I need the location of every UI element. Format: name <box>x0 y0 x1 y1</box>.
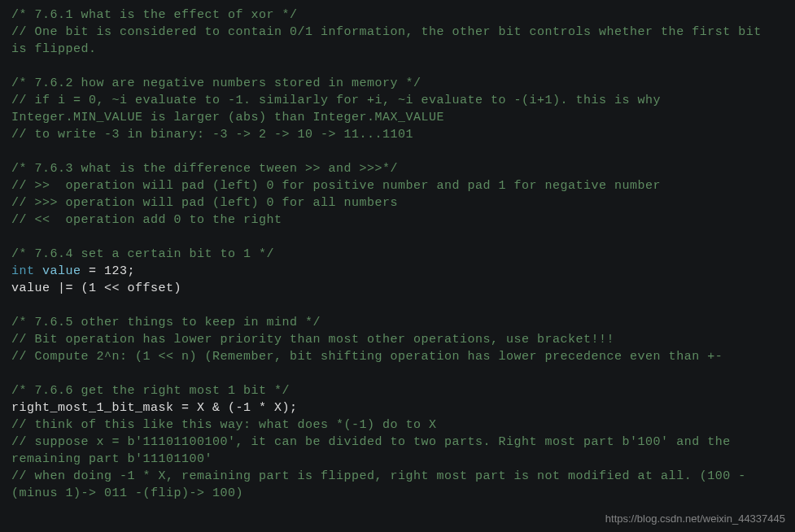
section-title: /* 7.6.3 what is the difference tween >>… <box>11 162 398 176</box>
comment-line: // Compute 2^n: (1 << n) (Remember, bit … <box>11 350 723 364</box>
comment-line: // >>> operation will pad (left) 0 for a… <box>11 196 398 210</box>
comment-line: // to write -3 in binary: -3 -> 2 -> 10 … <box>11 128 413 142</box>
assign: = <box>81 264 105 278</box>
section-title: /* 7.6.6 get the right most 1 bit */ <box>11 384 290 398</box>
comment-line: // >> operation will pad (left) 0 for po… <box>11 179 661 193</box>
expr: |= (1 << offset) <box>50 281 182 295</box>
variable: value <box>11 281 50 295</box>
comment-line: // Bit operation has lower priority than… <box>11 333 614 347</box>
watermark: https://blog.csdn.net/weixin_44337445 <box>605 510 785 527</box>
section-title: /* 7.6.5 other things to keep in mind */ <box>11 316 321 329</box>
comment-line: // think of this like this way: what doe… <box>11 418 437 432</box>
comment-line: // when doing -1 * X, remaining part is … <box>11 469 746 500</box>
comment-line: // if i = 0, ~i evaluate to -1. similarl… <box>11 94 669 124</box>
section-title: /* 7.6.2 how are negative numbers stored… <box>11 76 422 90</box>
code-block: /* 7.6.1 what is the effect of xor */ //… <box>0 0 795 532</box>
section-title: /* 7.6.4 set a certain bit to 1 */ <box>11 247 274 261</box>
variable: value <box>42 264 81 278</box>
number: 123 <box>104 264 128 278</box>
semicolon: ; <box>128 264 136 278</box>
keyword: int <box>11 264 35 278</box>
comment-line: // suppose x = b'11101100100', it can be… <box>11 435 738 466</box>
comment-line: // One bit is considered to contain 0/1 … <box>11 25 769 56</box>
comment-line: // << operation add 0 to the right <box>11 213 282 227</box>
section-title: /* 7.6.1 what is the effect of xor */ <box>11 8 298 22</box>
code-line: right_most_1_bit_mask = X & (-1 * X); <box>11 401 298 415</box>
